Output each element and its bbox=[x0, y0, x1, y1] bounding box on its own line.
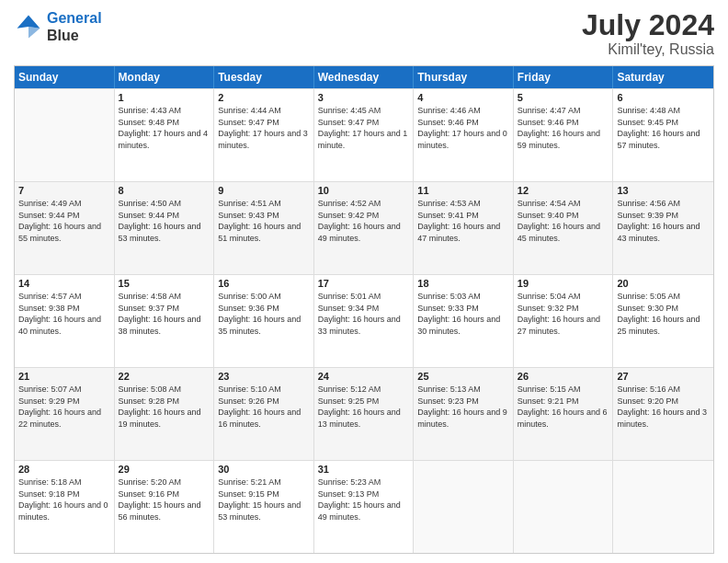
header-day-monday: Monday bbox=[115, 66, 215, 88]
day-number: 15 bbox=[119, 278, 210, 289]
logo-line2: Blue bbox=[47, 27, 102, 44]
day-info: Sunrise: 4:48 AM Sunset: 9:45 PM Dayligh… bbox=[617, 105, 710, 151]
day-number: 9 bbox=[218, 185, 310, 196]
day-info: Sunrise: 4:46 AM Sunset: 9:46 PM Dayligh… bbox=[417, 105, 509, 151]
day-number: 27 bbox=[617, 371, 710, 382]
cal-cell-2: 2Sunrise: 4:44 AM Sunset: 9:47 PM Daylig… bbox=[214, 89, 314, 181]
day-number: 13 bbox=[617, 185, 710, 196]
day-number: 7 bbox=[18, 185, 110, 196]
cal-cell-5: 5Sunrise: 4:47 AM Sunset: 9:46 PM Daylig… bbox=[514, 89, 614, 181]
day-info: Sunrise: 5:05 AM Sunset: 9:30 PM Dayligh… bbox=[617, 291, 710, 337]
day-number: 11 bbox=[417, 185, 509, 196]
cal-cell-20: 20Sunrise: 5:05 AM Sunset: 9:30 PM Dayli… bbox=[613, 275, 713, 367]
cal-cell-18: 18Sunrise: 5:03 AM Sunset: 9:33 PM Dayli… bbox=[414, 275, 514, 367]
day-number: 10 bbox=[318, 185, 410, 196]
cal-cell-26: 26Sunrise: 5:15 AM Sunset: 9:21 PM Dayli… bbox=[514, 368, 614, 460]
cal-cell-9: 9Sunrise: 4:51 AM Sunset: 9:43 PM Daylig… bbox=[214, 182, 314, 274]
cal-cell-empty-0 bbox=[15, 89, 115, 181]
page: General Blue July 2024 Kimil'tey, Russia… bbox=[0, 0, 728, 563]
day-number: 20 bbox=[617, 278, 710, 289]
day-number: 18 bbox=[417, 278, 509, 289]
day-number: 24 bbox=[318, 371, 410, 382]
cal-cell-7: 7Sunrise: 4:49 AM Sunset: 9:44 PM Daylig… bbox=[15, 182, 115, 274]
cal-cell-28: 28Sunrise: 5:18 AM Sunset: 9:18 PM Dayli… bbox=[15, 461, 115, 553]
day-info: Sunrise: 4:43 AM Sunset: 9:48 PM Dayligh… bbox=[119, 105, 210, 151]
day-info: Sunrise: 5:13 AM Sunset: 9:23 PM Dayligh… bbox=[417, 384, 509, 430]
day-number: 26 bbox=[518, 371, 609, 382]
day-number: 6 bbox=[617, 92, 710, 103]
cal-cell-11: 11Sunrise: 4:53 AM Sunset: 9:41 PM Dayli… bbox=[414, 182, 514, 274]
day-info: Sunrise: 4:51 AM Sunset: 9:43 PM Dayligh… bbox=[218, 198, 310, 244]
day-number: 1 bbox=[119, 92, 210, 103]
day-info: Sunrise: 4:52 AM Sunset: 9:42 PM Dayligh… bbox=[318, 198, 410, 244]
cal-week-5: 28Sunrise: 5:18 AM Sunset: 9:18 PM Dayli… bbox=[15, 460, 713, 553]
day-info: Sunrise: 5:00 AM Sunset: 9:36 PM Dayligh… bbox=[218, 291, 310, 337]
cal-cell-14: 14Sunrise: 4:57 AM Sunset: 9:38 PM Dayli… bbox=[15, 275, 115, 367]
day-number: 8 bbox=[119, 185, 210, 196]
day-info: Sunrise: 5:04 AM Sunset: 9:32 PM Dayligh… bbox=[518, 291, 609, 337]
logo: General Blue bbox=[14, 9, 102, 44]
day-info: Sunrise: 5:08 AM Sunset: 9:28 PM Dayligh… bbox=[119, 384, 210, 430]
cal-cell-21: 21Sunrise: 5:07 AM Sunset: 9:29 PM Dayli… bbox=[15, 368, 115, 460]
day-info: Sunrise: 5:23 AM Sunset: 9:13 PM Dayligh… bbox=[318, 477, 410, 523]
cal-cell-1: 1Sunrise: 4:43 AM Sunset: 9:48 PM Daylig… bbox=[115, 89, 215, 181]
day-number: 3 bbox=[318, 92, 410, 103]
day-info: Sunrise: 4:45 AM Sunset: 9:47 PM Dayligh… bbox=[318, 105, 410, 151]
day-number: 4 bbox=[417, 92, 509, 103]
day-number: 25 bbox=[417, 371, 509, 382]
day-info: Sunrise: 5:12 AM Sunset: 9:25 PM Dayligh… bbox=[318, 384, 410, 430]
day-info: Sunrise: 4:57 AM Sunset: 9:38 PM Dayligh… bbox=[18, 291, 110, 337]
cal-cell-4: 4Sunrise: 4:46 AM Sunset: 9:46 PM Daylig… bbox=[414, 89, 514, 181]
day-number: 29 bbox=[119, 464, 210, 475]
day-info: Sunrise: 5:21 AM Sunset: 9:15 PM Dayligh… bbox=[218, 477, 310, 523]
cal-cell-29: 29Sunrise: 5:20 AM Sunset: 9:16 PM Dayli… bbox=[115, 461, 215, 553]
cal-cell-empty-6 bbox=[613, 461, 713, 553]
day-info: Sunrise: 4:56 AM Sunset: 9:39 PM Dayligh… bbox=[617, 198, 710, 244]
svg-marker-1 bbox=[28, 27, 40, 38]
cal-cell-24: 24Sunrise: 5:12 AM Sunset: 9:25 PM Dayli… bbox=[314, 368, 415, 460]
cal-week-3: 14Sunrise: 4:57 AM Sunset: 9:38 PM Dayli… bbox=[15, 274, 713, 367]
day-info: Sunrise: 5:10 AM Sunset: 9:26 PM Dayligh… bbox=[218, 384, 310, 430]
day-number: 31 bbox=[318, 464, 410, 475]
cal-cell-10: 10Sunrise: 4:52 AM Sunset: 9:42 PM Dayli… bbox=[314, 182, 415, 274]
cal-cell-12: 12Sunrise: 4:54 AM Sunset: 9:40 PM Dayli… bbox=[514, 182, 614, 274]
day-info: Sunrise: 4:53 AM Sunset: 9:41 PM Dayligh… bbox=[417, 198, 509, 244]
cal-cell-6: 6Sunrise: 4:48 AM Sunset: 9:45 PM Daylig… bbox=[613, 89, 713, 181]
calendar-body: 1Sunrise: 4:43 AM Sunset: 9:48 PM Daylig… bbox=[15, 88, 713, 553]
header: General Blue July 2024 Kimil'tey, Russia bbox=[14, 9, 714, 58]
header-day-wednesday: Wednesday bbox=[314, 66, 415, 88]
day-info: Sunrise: 4:49 AM Sunset: 9:44 PM Dayligh… bbox=[18, 198, 110, 244]
cal-cell-31: 31Sunrise: 5:23 AM Sunset: 9:13 PM Dayli… bbox=[314, 461, 415, 553]
logo-text: General Blue bbox=[47, 9, 102, 44]
day-info: Sunrise: 5:15 AM Sunset: 9:21 PM Dayligh… bbox=[518, 384, 609, 430]
cal-week-1: 1Sunrise: 4:43 AM Sunset: 9:48 PM Daylig… bbox=[15, 88, 713, 181]
day-number: 19 bbox=[518, 278, 609, 289]
day-info: Sunrise: 4:44 AM Sunset: 9:47 PM Dayligh… bbox=[218, 105, 310, 151]
day-number: 14 bbox=[18, 278, 110, 289]
day-info: Sunrise: 5:07 AM Sunset: 9:29 PM Dayligh… bbox=[18, 384, 110, 430]
day-number: 12 bbox=[518, 185, 609, 196]
day-number: 30 bbox=[218, 464, 310, 475]
cal-cell-empty-5 bbox=[514, 461, 614, 553]
day-number: 16 bbox=[218, 278, 310, 289]
cal-cell-27: 27Sunrise: 5:16 AM Sunset: 9:20 PM Dayli… bbox=[613, 368, 713, 460]
cal-cell-17: 17Sunrise: 5:01 AM Sunset: 9:34 PM Dayli… bbox=[314, 275, 415, 367]
day-info: Sunrise: 4:47 AM Sunset: 9:46 PM Dayligh… bbox=[518, 105, 609, 151]
day-info: Sunrise: 5:20 AM Sunset: 9:16 PM Dayligh… bbox=[119, 477, 210, 523]
cal-cell-empty-4 bbox=[414, 461, 514, 553]
cal-cell-15: 15Sunrise: 4:58 AM Sunset: 9:37 PM Dayli… bbox=[115, 275, 215, 367]
day-number: 28 bbox=[18, 464, 110, 475]
day-number: 17 bbox=[318, 278, 410, 289]
day-info: Sunrise: 4:54 AM Sunset: 9:40 PM Dayligh… bbox=[518, 198, 609, 244]
cal-cell-3: 3Sunrise: 4:45 AM Sunset: 9:47 PM Daylig… bbox=[314, 89, 415, 181]
cal-week-2: 7Sunrise: 4:49 AM Sunset: 9:44 PM Daylig… bbox=[15, 181, 713, 274]
location: Kimil'tey, Russia bbox=[582, 41, 714, 58]
logo-icon bbox=[14, 12, 43, 41]
header-day-sunday: Sunday bbox=[15, 66, 115, 88]
day-info: Sunrise: 4:58 AM Sunset: 9:37 PM Dayligh… bbox=[119, 291, 210, 337]
header-day-saturday: Saturday bbox=[613, 66, 713, 88]
header-day-friday: Friday bbox=[514, 66, 614, 88]
header-day-tuesday: Tuesday bbox=[214, 66, 314, 88]
month-year: July 2024 bbox=[582, 9, 714, 41]
day-number: 23 bbox=[218, 371, 310, 382]
